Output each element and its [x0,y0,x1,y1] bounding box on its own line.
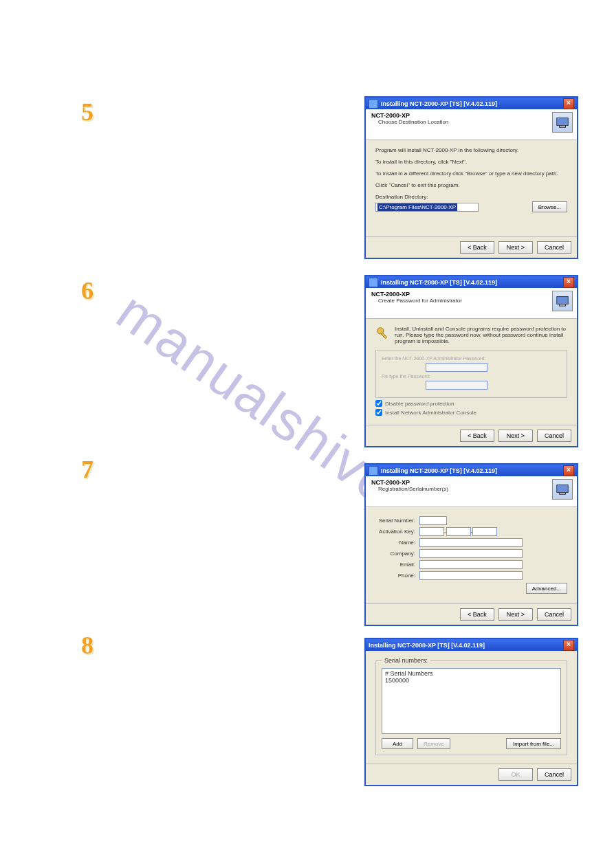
step-number-6: 6 [81,276,94,305]
cancel-button[interactable]: Cancel [537,768,571,781]
header-subtitle: Choose Destination Location [378,119,571,125]
browse-button[interactable]: Browse... [532,201,567,212]
name-input[interactable] [419,538,523,547]
actkey-label: Activation Key: [375,528,415,535]
installer-icon [552,479,573,500]
list-item[interactable]: 1500000 [385,677,558,684]
close-icon[interactable]: × [563,277,574,288]
serial-input[interactable] [419,516,447,525]
destination-value: C:\Program Files\NCT-2000-XP [377,203,457,211]
dialog-body: Serial Number: Activation Key: - - Name:… [366,507,577,603]
email-label: Email: [375,561,415,568]
body-text: To install in this directory, click "Nex… [375,159,567,165]
dialog-body: Install, Uninstall and Console programs … [366,319,577,425]
dialog-footer: < Back Next > Cancel [366,425,577,446]
titlebar[interactable]: Installing NCT-2000-XP [TS] [V.4.02.119]… [366,276,577,288]
company-input[interactable] [419,549,523,558]
actkey-input-1[interactable] [419,527,444,536]
step-number-5: 5 [81,98,94,126]
close-icon[interactable]: × [563,465,574,476]
body-text: Click "Cancel" to exit this program. [375,182,567,188]
header-title: NCT-2000-XP [371,291,571,298]
serial-label: Serial Number: [375,518,415,524]
dialog-header: NCT-2000-XP Registration/Serialnumber(s) [366,476,577,507]
ok-button: OK [498,768,533,781]
name-label: Name: [375,539,415,546]
cancel-button[interactable]: Cancel [537,430,571,442]
titlebar[interactable]: Installing NCT-2000-XP [TS] [V.4.02.119]… [366,98,577,109]
header-subtitle: Create Password for Administrator [378,298,571,304]
titlebar[interactable]: Installing NCT-2000-XP [TS] [V.4.02.119]… [366,465,577,476]
svg-rect-7 [559,493,565,495]
app-icon [369,466,378,476]
dialog-footer: < Back Next > Cancel [366,603,577,625]
actkey-input-3[interactable] [472,527,497,536]
serial-listbox[interactable]: # Serial Numbers 1500000 [382,668,561,734]
close-icon[interactable]: × [563,640,574,651]
checkbox-label: Install Network Administrator Console [385,410,476,416]
svg-rect-0 [557,118,569,126]
cancel-button[interactable]: Cancel [537,241,571,254]
dialog-serialnumbers: Installing NCT-2000-XP [TS] [V.4.02.119]… [364,638,578,786]
company-label: Company: [375,550,415,557]
info-text: Install, Uninstall and Console programs … [375,326,567,344]
next-button[interactable]: Next > [498,430,533,442]
svg-rect-1 [559,126,565,128]
svg-rect-5 [381,333,386,338]
step-number-7: 7 [81,455,94,484]
email-input[interactable] [419,560,523,569]
back-button[interactable]: < Back [460,241,494,254]
password-label: Enter the NCT-2000-XP Administrator Pass… [382,356,561,361]
add-button[interactable]: Add [382,738,413,749]
group-title: Serial numbers: [382,657,430,664]
dialog-password: Installing NCT-2000-XP [TS] [V.4.02.119]… [364,275,578,447]
phone-input[interactable] [419,571,523,580]
password-confirm-input [426,381,487,390]
password-input [426,363,487,372]
next-button[interactable]: Next > [498,608,533,621]
window-title: Installing NCT-2000-XP [TS] [V.4.02.119] [381,279,563,286]
destination-input[interactable]: C:\Program Files\NCT-2000-XP [375,203,479,212]
back-button[interactable]: < Back [460,608,494,621]
svg-rect-6 [557,485,569,493]
titlebar[interactable]: Installing NCT-2000-XP [TS] [V.4.02.119]… [366,639,577,651]
dialog-registration: Installing NCT-2000-XP [TS] [V.4.02.119]… [364,463,578,626]
window-title: Installing NCT-2000-XP [TS] [V.4.02.119] [381,100,563,107]
installer-icon [552,291,573,311]
dialog-body: Program will install NCT-2000-XP in the … [366,140,577,236]
import-button[interactable]: Import from file... [506,738,561,749]
actkey-input-2[interactable] [446,527,471,536]
password-confirm-label: Re-type the Password: [382,374,561,379]
cancel-button[interactable]: Cancel [537,608,571,621]
destination-label: Destination Directory: [375,194,567,200]
installer-icon [552,112,573,133]
dialog-header: NCT-2000-XP Choose Destination Location [366,109,577,140]
checkbox-label: Disable password protection [385,401,454,407]
document-page: manualshive.com 5 6 7 8 Installing NCT-2… [0,0,614,868]
dialog-destination: Installing NCT-2000-XP [TS] [V.4.02.119]… [364,96,578,259]
dialog-body: Serial numbers: # Serial Numbers 1500000… [366,651,577,764]
header-subtitle: Registration/Serialnumber(s) [378,486,571,492]
phone-label: Phone: [375,572,415,579]
body-text: To install in a different directory clic… [375,170,567,177]
header-title: NCT-2000-XP [371,479,571,486]
window-title: Installing NCT-2000-XP [TS] [V.4.02.119] [381,467,563,474]
close-icon[interactable]: × [563,98,574,109]
install-console-checkbox[interactable]: Install Network Administrator Console [375,409,567,416]
dialog-footer: OK Cancel [366,764,577,785]
remove-button: Remove [417,738,450,749]
svg-rect-3 [559,304,565,307]
step-number-8: 8 [81,631,94,660]
app-icon [369,99,378,109]
back-button[interactable]: < Back [460,430,494,442]
advanced-button[interactable]: Advanced... [526,583,567,594]
dialog-footer: < Back Next > Cancel [366,236,577,258]
svg-rect-2 [557,297,569,304]
key-icon [375,326,391,341]
header-title: NCT-2000-XP [371,112,571,119]
list-header: # Serial Numbers [385,670,558,677]
disable-password-checkbox[interactable]: Disable password protection [375,400,567,407]
next-button[interactable]: Next > [498,241,533,254]
body-text: Program will install NCT-2000-XP in the … [375,147,567,153]
window-title: Installing NCT-2000-XP [TS] [V.4.02.119] [369,642,563,649]
